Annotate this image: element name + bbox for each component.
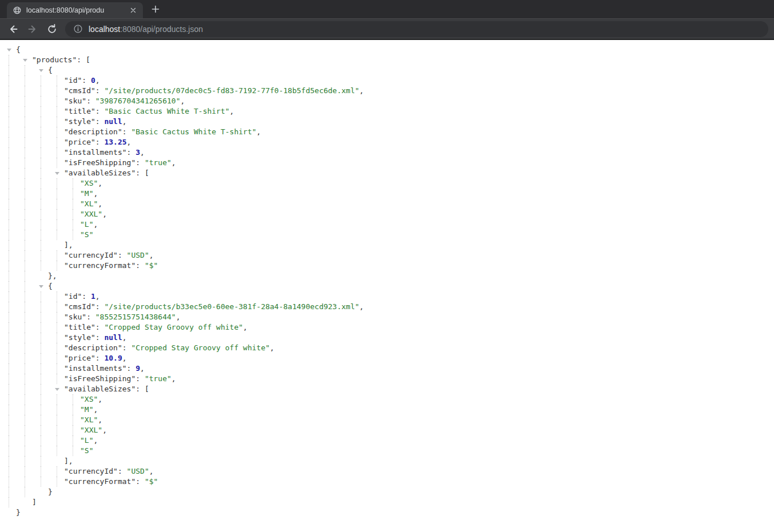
json-token-punct: ,	[122, 354, 127, 362]
indent-guide	[57, 353, 57, 363]
json-line: "S"	[0, 446, 774, 456]
json-line: "currencyId": "USD",	[0, 466, 774, 477]
json-token-key: "sku"	[64, 313, 86, 321]
indent-guide	[9, 250, 9, 261]
json-token-punct: ,	[149, 467, 154, 475]
indent-guide	[57, 189, 57, 199]
indent-guide	[9, 127, 9, 137]
json-token-string: "39876704341265610"	[95, 97, 181, 105]
collapse-toggle[interactable]	[55, 388, 59, 391]
json-token-literal: null	[104, 333, 122, 342]
json-line: }	[0, 487, 774, 497]
indent-guide	[57, 435, 57, 446]
collapse-toggle[interactable]	[39, 69, 43, 72]
indent-guide	[57, 147, 57, 158]
address-bar[interactable]: localhost:8080/api/products.json	[65, 21, 768, 37]
globe-favicon-icon	[13, 6, 22, 15]
browser-window: localhost:8080/api/produ	[0, 0, 774, 532]
collapse-toggle[interactable]	[39, 285, 43, 288]
indent-guide	[9, 96, 9, 106]
json-token-key: "id"	[64, 292, 82, 301]
indent-guide	[41, 353, 41, 363]
browser-toolbar: localhost:8080/api/products.json	[0, 18, 774, 40]
collapse-toggle[interactable]	[7, 49, 11, 51]
indent-guide	[57, 127, 57, 137]
indent-guide	[57, 106, 57, 117]
indent-guide	[9, 209, 9, 219]
indent-guide	[57, 394, 57, 405]
json-token-punct: ,	[360, 86, 364, 95]
tab-close-icon[interactable]	[128, 5, 138, 15]
json-line: {	[0, 281, 774, 291]
json-line: "isFreeShipping": "true",	[0, 158, 774, 168]
indent-guide	[57, 230, 57, 240]
indent-guide	[57, 178, 57, 189]
indent-guide	[25, 405, 25, 415]
indent-guide	[25, 96, 25, 106]
json-token-key: "currencyFormat"	[64, 261, 135, 270]
json-line: "style": null,	[0, 333, 774, 343]
json-token-key: "cmsId"	[64, 302, 95, 311]
indent-guide	[73, 189, 73, 199]
indent-guide	[41, 343, 41, 353]
indent-guide	[73, 415, 73, 425]
json-token-punct: :	[95, 138, 105, 146]
json-token-punct: ,	[243, 323, 248, 331]
json-token-key: "title"	[64, 323, 95, 331]
json-line: "currencyFormat": "$"	[0, 477, 774, 487]
json-token-punct: ,	[98, 179, 102, 187]
indent-guide	[9, 86, 9, 96]
json-line: "sku": "39876704341265610",	[0, 96, 774, 106]
page-info-icon[interactable]	[73, 24, 83, 34]
indent-guide	[25, 425, 25, 435]
indent-guide	[25, 477, 25, 487]
json-token-punct: ,	[98, 415, 102, 424]
indent-guide	[41, 189, 41, 199]
json-token-key: "cmsId"	[64, 86, 95, 95]
indent-guide	[57, 261, 57, 271]
indent-guide	[25, 302, 25, 312]
json-token-literal: 3	[135, 148, 140, 157]
indent-guide	[25, 209, 25, 219]
json-token-key: "installments"	[64, 364, 127, 373]
indent-guide	[25, 199, 25, 209]
json-token-punct: ,	[171, 374, 176, 383]
json-line: "XL",	[0, 415, 774, 425]
json-line: "M",	[0, 405, 774, 415]
indent-guide	[25, 158, 25, 168]
json-token-literal: 1	[91, 292, 95, 301]
json-token-punct: ,	[93, 405, 98, 414]
indent-guide	[25, 106, 25, 117]
collapse-toggle[interactable]	[55, 172, 59, 175]
json-token-literal: 0	[91, 76, 95, 85]
json-token-string: "true"	[145, 374, 171, 383]
indent-guide	[25, 394, 25, 405]
json-token-string: "XL"	[80, 415, 98, 424]
collapse-toggle[interactable]	[23, 59, 27, 62]
json-token-punct: ,	[230, 107, 234, 115]
indent-guide	[25, 240, 25, 250]
json-line: "currencyId": "USD",	[0, 250, 774, 261]
json-token-string: "$"	[145, 477, 158, 486]
indent-guide	[25, 291, 25, 302]
json-token-punct: :	[135, 261, 145, 270]
indent-guide	[57, 415, 57, 425]
json-line: {	[0, 65, 774, 75]
indent-guide	[57, 446, 57, 456]
forward-button[interactable]	[23, 21, 42, 38]
reload-button[interactable]	[42, 21, 62, 38]
indent-guide	[25, 117, 25, 127]
new-tab-button[interactable]	[147, 1, 163, 17]
indent-guide	[25, 65, 25, 75]
indent-guide	[41, 86, 41, 96]
json-token-punct: ,	[127, 138, 131, 146]
json-line: "availableSizes": [	[0, 168, 774, 178]
indent-guide	[41, 435, 41, 446]
browser-tab[interactable]: localhost:8080/api/produ	[7, 2, 143, 18]
json-token-punct: ,	[140, 364, 145, 373]
json-line: "S"	[0, 230, 774, 240]
json-line: "XS",	[0, 178, 774, 189]
back-button[interactable]	[3, 21, 23, 38]
json-token-string: "/site/products/b33ec5e0-60ee-381f-28a4-…	[104, 302, 359, 311]
indent-guide	[25, 446, 25, 456]
